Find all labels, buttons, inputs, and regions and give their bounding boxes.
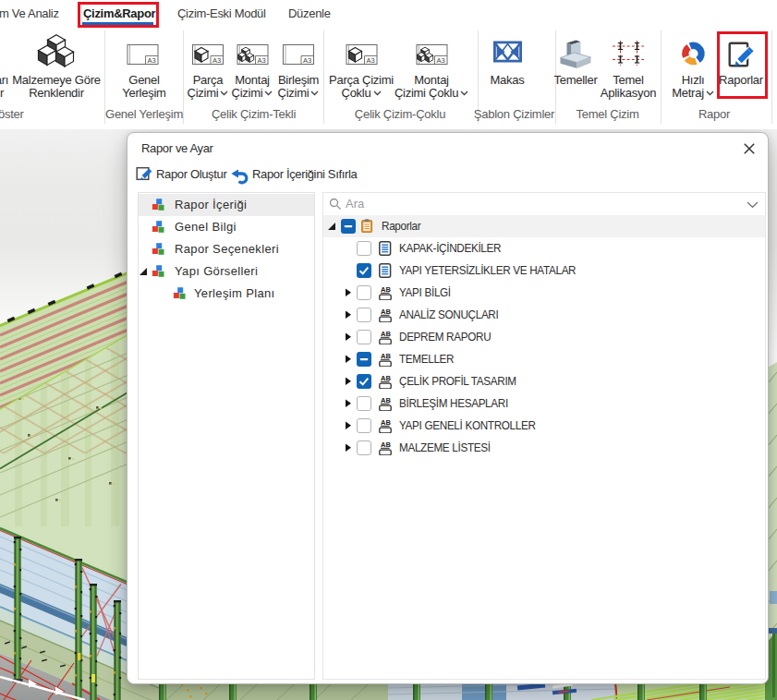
svg-text:A3: A3 (437, 56, 445, 65)
svg-text:A3: A3 (367, 56, 375, 65)
svg-text:A3: A3 (258, 56, 266, 65)
svg-text:A3: A3 (212, 56, 221, 65)
svg-text:A3: A3 (303, 56, 311, 65)
svg-text:A3: A3 (148, 56, 156, 65)
